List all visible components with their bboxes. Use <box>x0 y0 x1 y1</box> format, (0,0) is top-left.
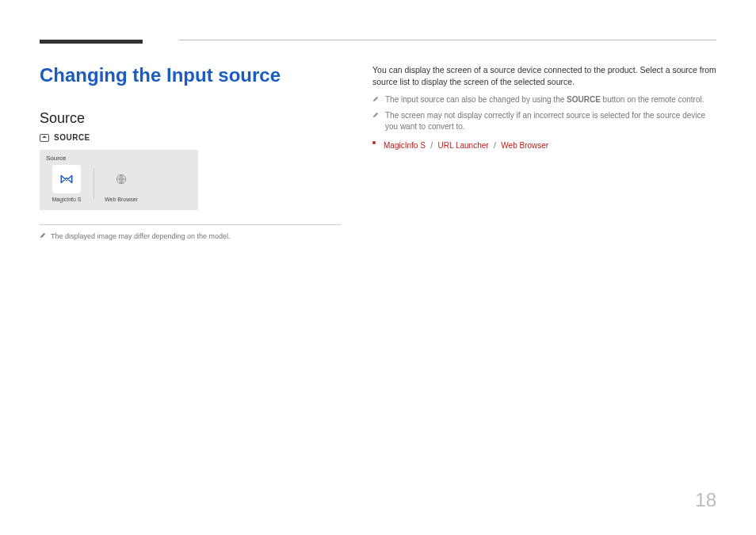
source-path-icon <box>40 134 49 142</box>
intro-text: You can display the screen of a source d… <box>372 64 716 88</box>
right-note-1-text: The input source can also be changed by … <box>385 94 704 105</box>
panel-item-label: MagicInfo S <box>52 197 82 202</box>
webbrowser-icon <box>107 165 136 193</box>
accent-bar <box>40 40 143 44</box>
right-note-2-text: The screen may not display correctly if … <box>385 110 716 132</box>
source-panel: Source MagicInfo S <box>40 150 198 210</box>
link-web-browser: Web Browser <box>501 141 548 150</box>
links-line: MagicInfo S / URL Launcher / Web Browser <box>384 137 548 151</box>
left-column: Changing the Input source Source SOURCE … <box>40 64 341 242</box>
pencil-icon <box>372 96 379 102</box>
right-note-2: The screen may not display correctly if … <box>372 110 716 132</box>
content-columns: Changing the Input source Source SOURCE … <box>40 64 716 242</box>
right-column: You can display the screen of a source d… <box>372 64 716 242</box>
source-path-label: SOURCE <box>54 133 90 142</box>
page-number: 18 <box>695 489 716 511</box>
note1-post: button on the remote control. <box>601 95 704 104</box>
note1-pre: The input source can also be changed by … <box>385 95 567 104</box>
source-button-path: SOURCE <box>40 133 341 142</box>
panel-separator <box>94 168 94 199</box>
page-title: Changing the Input source <box>40 64 341 86</box>
left-note: The displayed image may differ depending… <box>40 231 341 242</box>
panel-item-magicinfo: MagicInfo S <box>46 165 87 202</box>
link-magicinfo: MagicInfo S <box>384 141 426 150</box>
source-panel-items: MagicInfo S We <box>46 165 192 202</box>
source-panel-title: Source <box>46 155 192 162</box>
note1-bold: SOURCE <box>567 95 601 104</box>
panel-item-label: Web Browser <box>105 197 138 202</box>
left-divider <box>40 224 341 225</box>
source-heading: Source <box>40 110 341 127</box>
panel-item-webbrowser: Web Browser <box>101 165 142 202</box>
bullet-dot-icon <box>372 141 376 144</box>
right-note-1: The input source can also be changed by … <box>372 94 716 105</box>
link-separator: / <box>494 141 496 150</box>
top-rule <box>179 40 716 40</box>
page: Changing the Input source Source SOURCE … <box>0 0 756 535</box>
links-bullet: MagicInfo S / URL Launcher / Web Browser <box>372 137 716 151</box>
pencil-icon <box>372 112 379 118</box>
left-note-text: The displayed image may differ depending… <box>51 231 230 242</box>
magicinfo-icon <box>52 165 81 193</box>
pencil-icon <box>40 232 46 239</box>
link-url-launcher: URL Launcher <box>438 141 489 150</box>
link-separator: / <box>430 141 433 150</box>
